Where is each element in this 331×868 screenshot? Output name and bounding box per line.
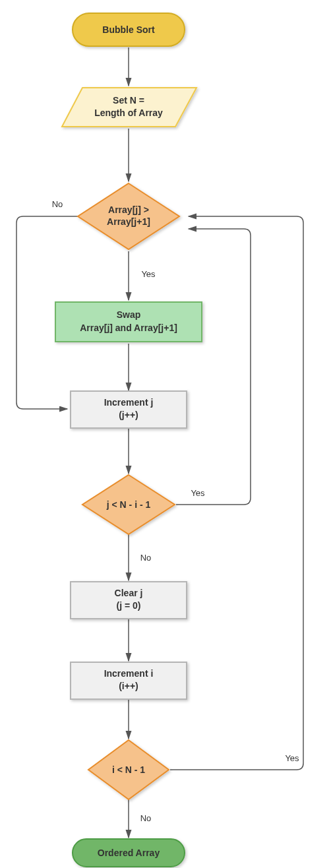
edge-icond-cmp-yes [170, 216, 303, 770]
cmp-l2: Array[j+1] [107, 216, 150, 227]
node-start: Bubble Sort [73, 13, 185, 46]
clearJ-l1: Clear j [115, 588, 143, 598]
label-icond-yes: Yes [285, 753, 299, 763]
incI-l1: Increment i [104, 668, 154, 679]
node-clearJ: Clear j (j = 0) [71, 582, 187, 619]
node-swap: Swap Array[j] and Array[j+1] [55, 302, 202, 342]
swap-l1: Swap [117, 309, 141, 320]
incJ-l1: Increment j [104, 397, 154, 408]
node-incJ: Increment j (j++) [71, 391, 187, 428]
node-cmp: Array[j] > Array[j+1] [78, 183, 179, 249]
jcond-label: j < N - i - 1 [106, 499, 151, 510]
label-cmp-no: No [52, 199, 63, 209]
node-incI: Increment i (i++) [71, 662, 187, 699]
end-label: Ordered Array [98, 848, 160, 858]
node-jcond: j < N - i - 1 [82, 475, 175, 534]
flowchart-svg: Yes No Yes No Yes No Bubble Sort Set N =… [0, 0, 331, 868]
setN-l2: Length of Array [94, 108, 163, 118]
node-icond: i < N - 1 [88, 740, 169, 799]
icond-label: i < N - 1 [112, 764, 145, 775]
swap-l2: Array[j] and Array[j+1] [80, 323, 177, 333]
setN-l1: Set N = [113, 95, 144, 106]
label-cmp-yes: Yes [141, 269, 156, 279]
edge-jcond-cmp-yes [176, 229, 251, 505]
label-jcond-yes: Yes [191, 488, 205, 498]
cmp-l1: Array[j] > [108, 204, 149, 215]
label-jcond-no: No [140, 553, 152, 563]
node-end: Ordered Array [73, 839, 185, 867]
svg-rect-3 [55, 302, 202, 342]
incI-l2: (i++) [119, 681, 138, 691]
incJ-l2: (j++) [119, 410, 138, 420]
clearJ-l2: (j = 0) [117, 600, 141, 611]
node-setN: Set N = Length of Array [62, 88, 196, 127]
label-icond-no: No [140, 813, 152, 823]
start-label: Bubble Sort [102, 24, 155, 35]
